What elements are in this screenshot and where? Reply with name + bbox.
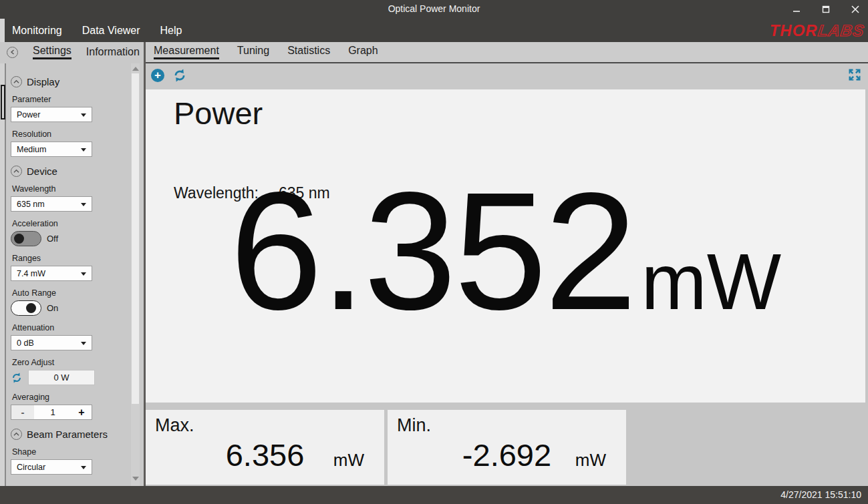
parameter-label: Parameter — [11, 95, 126, 104]
window-controls — [789, 0, 863, 19]
scroll-up-icon[interactable] — [132, 67, 139, 71]
logo-labs-text: LABS — [817, 21, 865, 40]
menu-data-viewer[interactable]: Data Viewer — [82, 25, 140, 37]
section-device-title: Device — [27, 166, 57, 177]
chevron-down-icon — [81, 148, 86, 152]
max-label: Max. — [155, 415, 194, 436]
maximize-icon[interactable] — [819, 2, 833, 17]
averaging-value[interactable]: 1 — [34, 407, 71, 417]
main-tab-band: Measurement Tuning Statistics Graph — [146, 42, 868, 63]
section-device: Device — [11, 166, 126, 177]
power-value: 6.352 — [230, 168, 635, 335]
tab-graph[interactable]: Graph — [348, 45, 378, 59]
chevron-up-icon — [13, 169, 19, 174]
averaging-label: Averaging — [11, 393, 126, 402]
attenuation-select[interactable]: 0 dB — [11, 335, 92, 350]
close-icon[interactable] — [848, 2, 863, 17]
attenuation-value: 0 dB — [17, 338, 34, 348]
attenuation-label: Attenuation — [11, 323, 126, 332]
dock-edge-strip — [0, 63, 6, 486]
min-label: Min. — [397, 415, 431, 436]
measurement-panel: + Power Wavelength:635 nm 6.352 mW Max. … — [146, 63, 868, 486]
power-reading: 6.352 mW — [146, 168, 865, 335]
averaging-decrement-button[interactable]: - — [11, 405, 34, 419]
tab-statistics[interactable]: Statistics — [287, 45, 330, 59]
zero-adjust-label: Zero Adjust — [11, 358, 126, 367]
collapse-device-button[interactable] — [11, 166, 22, 177]
tab-tuning[interactable]: Tuning — [237, 45, 269, 59]
shape-select[interactable]: Circular — [11, 459, 92, 475]
tab-settings[interactable]: Settings — [33, 45, 71, 59]
sidebar-scrollbar[interactable] — [131, 63, 140, 486]
chevron-down-icon — [81, 342, 86, 345]
resolution-value: Medium — [17, 145, 46, 154]
ranges-label: Ranges — [11, 254, 126, 263]
menu-help[interactable]: Help — [160, 25, 182, 37]
menu-edge-notch — [0, 19, 5, 42]
min-card: Min. -2.692 mW — [388, 410, 626, 485]
toggle-knob — [26, 303, 36, 313]
chevron-up-icon — [13, 79, 19, 84]
power-unit: mW — [641, 242, 781, 321]
auto-range-state: On — [47, 303, 58, 313]
zero-adjust-input[interactable]: 0 W — [28, 370, 95, 385]
thorlabs-logo: THORLABS — [770, 21, 864, 40]
wavelength-value: 635 nm — [17, 200, 45, 209]
acceleration-state: Off — [47, 234, 58, 244]
chevron-down-icon — [81, 272, 86, 276]
wavelength-select[interactable]: 635 nm — [11, 196, 92, 212]
scroll-down-icon[interactable] — [132, 477, 139, 481]
parameter-select[interactable]: Power — [11, 107, 92, 122]
toggle-knob — [14, 234, 24, 244]
section-display: Display — [11, 76, 126, 87]
power-display-panel: Power Wavelength:635 nm 6.352 mW — [146, 89, 865, 403]
zero-adjust-value: 0 W — [53, 372, 69, 383]
dock-handle[interactable] — [1, 85, 5, 119]
chevron-down-icon — [81, 203, 86, 206]
chevron-down-icon — [81, 113, 86, 117]
shape-value: Circular — [17, 463, 45, 472]
wavelength-label: Wavelength — [11, 184, 126, 194]
sidebar-tab-band: Settings Information — [0, 42, 144, 63]
averaging-increment-button[interactable]: + — [71, 407, 92, 419]
refresh-icon[interactable] — [172, 68, 187, 83]
acceleration-toggle[interactable] — [11, 231, 41, 246]
zero-adjust-refresh-icon[interactable] — [11, 372, 23, 384]
resolution-select[interactable]: Medium — [11, 142, 92, 157]
window-title: Optical Power Monitor — [0, 3, 868, 14]
status-bar: 4/27/2021 15:51:10 — [0, 486, 868, 504]
chevron-down-icon — [81, 466, 86, 469]
tab-information[interactable]: Information — [86, 46, 140, 59]
chevron-left-icon — [10, 49, 15, 55]
chevron-up-icon — [13, 432, 19, 437]
menu-bar: Monitoring Data Viewer Help THORLABS — [0, 19, 868, 42]
tab-measurement[interactable]: Measurement — [154, 45, 219, 59]
section-beam-parameters-title: Beam Parameters — [27, 429, 108, 440]
collapse-display-button[interactable] — [11, 76, 22, 87]
menu-monitoring[interactable]: Monitoring — [12, 25, 62, 37]
add-icon[interactable]: + — [151, 69, 164, 82]
expand-icon[interactable] — [848, 68, 861, 81]
logo-thor-text: THOR — [770, 21, 818, 40]
parameter-title: Power — [174, 95, 263, 132]
ranges-select[interactable]: 7.4 mW — [11, 266, 92, 281]
section-beam-parameters: Beam Parameters — [11, 429, 126, 440]
parameter-value: Power — [17, 110, 40, 119]
max-card: Max. 6.356 mW — [146, 410, 384, 485]
auto-range-label: Auto Range — [11, 288, 126, 298]
collapse-beam-parameters-button[interactable] — [11, 429, 22, 440]
section-display-title: Display — [27, 76, 59, 87]
measurement-toolbar: + — [146, 63, 868, 89]
acceleration-label: Acceleration — [11, 219, 126, 228]
scrollbar-thumb[interactable] — [132, 73, 139, 404]
sidebar-collapse-button[interactable] — [7, 47, 18, 58]
max-unit: mW — [333, 450, 364, 471]
min-unit: mW — [575, 450, 606, 471]
settings-sidebar: Display Parameter Power Resolution Mediu… — [0, 63, 144, 486]
ranges-value: 7.4 mW — [17, 269, 45, 278]
auto-range-toggle[interactable] — [11, 300, 41, 316]
title-bar: Optical Power Monitor — [0, 0, 868, 19]
minimize-icon[interactable] — [789, 2, 804, 17]
datetime-display: 4/27/2021 15:51:10 — [780, 489, 861, 500]
resolution-label: Resolution — [11, 130, 126, 139]
